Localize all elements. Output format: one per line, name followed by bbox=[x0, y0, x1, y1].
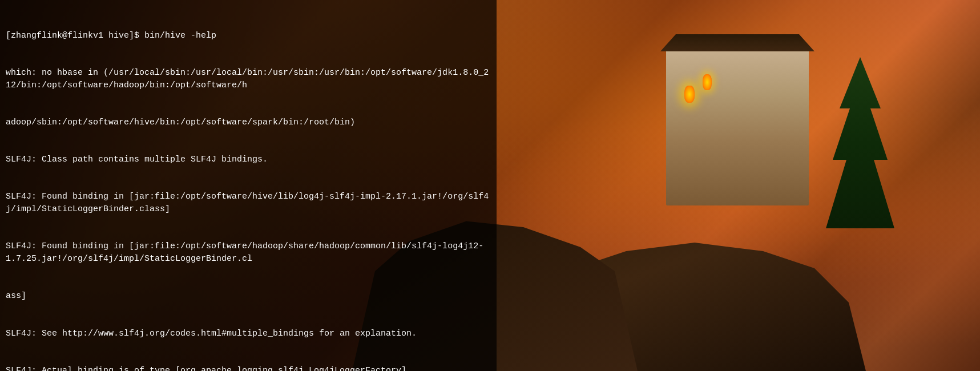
output-line-8: SLF4J: Actual binding is of type [org.ap… bbox=[6, 365, 491, 371]
output-line-6: ass] bbox=[6, 290, 491, 303]
lantern-decoration-2 bbox=[703, 74, 712, 90]
terminal-content: [zhangflink@flinkv1 hive]$ bin/hive -hel… bbox=[0, 0, 497, 371]
output-line-3: SLF4J: Class path contains multiple SLF4… bbox=[6, 154, 491, 166]
building-decoration bbox=[666, 46, 809, 205]
output-line-2: adoop/sbin:/opt/software/hive/bin:/opt/s… bbox=[6, 116, 491, 129]
prompt-line: [zhangflink@flinkv1 hive]$ bin/hive -hel… bbox=[6, 30, 491, 42]
output-line-4: SLF4J: Found binding in [jar:file:/opt/s… bbox=[6, 191, 491, 216]
main-container: [zhangflink@flinkv1 hive]$ bin/hive -hel… bbox=[0, 0, 980, 371]
output-line-5: SLF4J: Found binding in [jar:file:/opt/s… bbox=[6, 240, 491, 265]
building-roof-decoration bbox=[660, 34, 814, 51]
lantern-decoration-1 bbox=[684, 86, 695, 103]
output-line-1: which: no hbase in (/usr/local/sbin:/usr… bbox=[6, 67, 491, 92]
output-line-7: SLF4J: See http://www.slf4j.org/codes.ht… bbox=[6, 328, 491, 340]
